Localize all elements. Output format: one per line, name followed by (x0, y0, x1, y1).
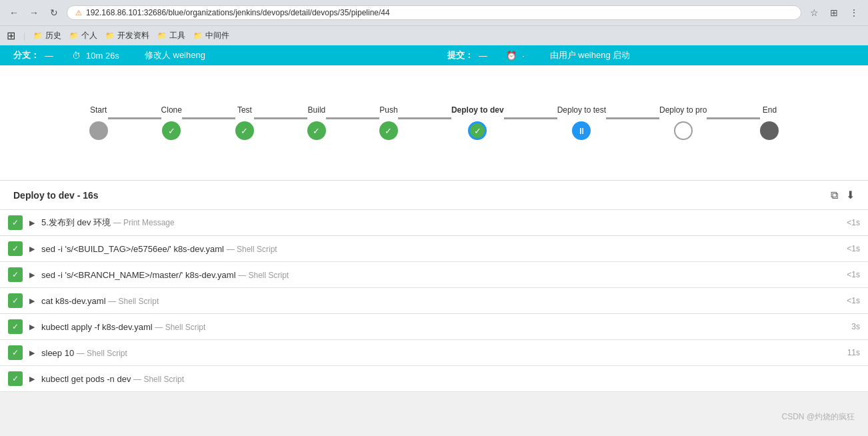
lock-icon: ⚠ (75, 9, 82, 17)
folder-icon: 📁 (105, 31, 115, 40)
cmd-sub: — Shell Script (227, 245, 277, 254)
commit-label: 提交： (447, 49, 473, 61)
stage-label-deploy-test: Deploy to test (557, 105, 606, 115)
time-value: · (522, 51, 525, 61)
log-time: <1s (847, 218, 860, 227)
connector-2 (182, 117, 235, 119)
stage-label-deploy-dev: Deploy to dev (451, 105, 504, 115)
stage-node-deploy-test: ⏸ (572, 121, 591, 140)
bookmark-label: 工具 (169, 30, 185, 41)
cmd-sub: — Shell Script (108, 297, 159, 306)
modifier-label: 修改人 weiheng (145, 49, 205, 61)
log-expand-icon[interactable]: ▶ (29, 375, 35, 383)
apps-icon[interactable]: ⊞ (7, 29, 15, 42)
stage-label-build: Build (308, 105, 326, 115)
log-cmd: sed -i 's/<BRANCH_NAME>/master/' k8s-dev… (41, 270, 840, 280)
log-check-icon: ✓ (8, 215, 23, 230)
stage-deploy-dev[interactable]: Deploy to dev ✓ (451, 105, 504, 140)
open-external-button[interactable]: ⧉ (831, 189, 838, 201)
bookmark-middleware[interactable]: 📁 中间件 (193, 30, 229, 41)
log-header: Deploy to dev - 16s ⧉ ⬇ (0, 181, 868, 210)
browser-bar: ← → ↻ ⚠ 192.168.86.101:32686/blue/organi… (0, 0, 868, 25)
url-text: 192.168.86.101:32686/blue/organizations/… (86, 8, 793, 17)
connector-7 (606, 117, 659, 119)
log-row: ✓ ▶ sed -i 's/<BUILD_TAG>/e5756ee/' k8s-… (0, 236, 868, 262)
cmd-sub: — Print Message (113, 218, 175, 227)
branch-label: 分支： (13, 49, 39, 61)
extensions-button[interactable]: ⊞ (827, 5, 841, 20)
log-expand-icon[interactable]: ▶ (29, 323, 35, 331)
log-header-actions: ⧉ ⬇ (831, 189, 855, 201)
bookmark-button[interactable]: ☆ (807, 5, 821, 20)
log-cmd: kubectl apply -f k8s-dev.yaml — Shell Sc… (41, 322, 845, 332)
forward-button[interactable]: → (27, 5, 41, 20)
log-time: <1s (847, 244, 860, 253)
bookmarks-bar: ⊞ | 📁 历史 📁 个人 📁 开发资料 📁 工具 📁 中间件 (0, 25, 868, 45)
log-row: ✓ ▶ cat k8s-dev.yaml — Shell Script <1s (0, 288, 868, 314)
log-cmd: kubectl get pods -n dev — Shell Script (41, 374, 853, 384)
bookmark-devdocs[interactable]: 📁 开发资料 (105, 30, 149, 41)
connector-5 (398, 117, 451, 119)
log-expand-icon[interactable]: ▶ (29, 349, 35, 357)
duration-icon: ⏱ (72, 51, 81, 61)
cmd-main: sleep 10 (41, 348, 74, 358)
log-row: ✓ ▶ 5.发布到 dev 环境 — Print Message <1s (0, 210, 868, 236)
stage-push[interactable]: Push ✓ (379, 105, 398, 140)
branch-value: — (45, 51, 53, 61)
log-expand-icon[interactable]: ▶ (29, 219, 35, 227)
stage-node-clone: ✓ (162, 121, 181, 140)
log-check-icon: ✓ (8, 267, 23, 282)
stage-clone[interactable]: Clone ✓ (161, 105, 182, 140)
started-label: 由用户 weiheng 启动 (550, 49, 631, 61)
log-expand-icon[interactable]: ▶ (29, 271, 35, 279)
bookmark-tools[interactable]: 📁 工具 (157, 30, 185, 41)
bookmark-label: 历史 (45, 30, 61, 41)
commit-value: — (479, 51, 487, 61)
time-icon: ⏰ (506, 51, 517, 61)
bookmark-history[interactable]: 📁 历史 (33, 30, 61, 41)
cmd-main: kubectl apply -f k8s-dev.yaml (41, 322, 153, 332)
download-button[interactable]: ⬇ (846, 189, 855, 201)
folder-icon: 📁 (33, 31, 43, 40)
connector-3 (254, 117, 307, 119)
log-cmd: sleep 10 — Shell Script (41, 348, 841, 358)
log-time: 3s (851, 322, 860, 331)
log-cmd: cat k8s-dev.yaml — Shell Script (41, 296, 840, 306)
bookmark-personal[interactable]: 📁 个人 (69, 30, 97, 41)
folder-icon: 📁 (157, 31, 167, 40)
stage-node-end (760, 121, 779, 140)
commit-row: 提交： — ⏰ · 由用户 weiheng 启动 (447, 49, 855, 61)
stage-node-deploy-dev: ✓ (468, 121, 487, 140)
stage-deploy-test[interactable]: Deploy to test ⏸ (557, 105, 606, 140)
stage-node-build: ✓ (307, 121, 326, 140)
url-bar[interactable]: ⚠ 192.168.86.101:32686/blue/organization… (67, 5, 801, 20)
menu-button[interactable]: ⋮ (847, 5, 861, 20)
cmd-sub: — Shell Script (133, 375, 184, 384)
log-row: ✓ ▶ kubectl get pods -n dev — Shell Scri… (0, 366, 868, 392)
log-expand-icon[interactable]: ▶ (29, 297, 35, 305)
stage-label-test: Test (237, 105, 252, 115)
folder-icon: 📁 (69, 31, 79, 40)
stage-start[interactable]: Start (89, 105, 108, 140)
stage-deploy-pro[interactable]: Deploy to pro (659, 105, 707, 140)
log-check-icon: ✓ (8, 241, 23, 256)
log-expand-icon[interactable]: ▶ (29, 245, 35, 253)
stage-build[interactable]: Build ✓ (307, 105, 326, 140)
connector-4 (326, 117, 379, 119)
header-info: 分支： — ⏱ 10m 26s 修改人 weiheng 提交： — ⏰ · 由用… (0, 45, 868, 65)
log-check-icon: ✓ (8, 293, 23, 308)
log-title: Deploy to dev - 16s (13, 190, 99, 201)
pipeline-container: Start Clone ✓ Test ✓ Build ✓ Push ✓ (0, 65, 868, 180)
bookmark-label: 中间件 (205, 30, 229, 41)
cmd-main: kubectl get pods -n dev (41, 374, 131, 384)
stage-node-test: ✓ (235, 121, 254, 140)
log-cmd: sed -i 's/<BUILD_TAG>/e5756ee/' k8s-dev.… (41, 244, 840, 254)
back-button[interactable]: ← (7, 5, 21, 20)
stage-test[interactable]: Test ✓ (235, 105, 254, 140)
stage-end[interactable]: End (760, 105, 779, 140)
stage-label-push: Push (379, 105, 397, 115)
folder-icon: 📁 (193, 31, 203, 40)
refresh-button[interactable]: ↻ (47, 5, 61, 20)
log-check-icon: ✓ (8, 345, 23, 360)
cmd-main: 5.发布到 dev 环境 (41, 217, 111, 227)
